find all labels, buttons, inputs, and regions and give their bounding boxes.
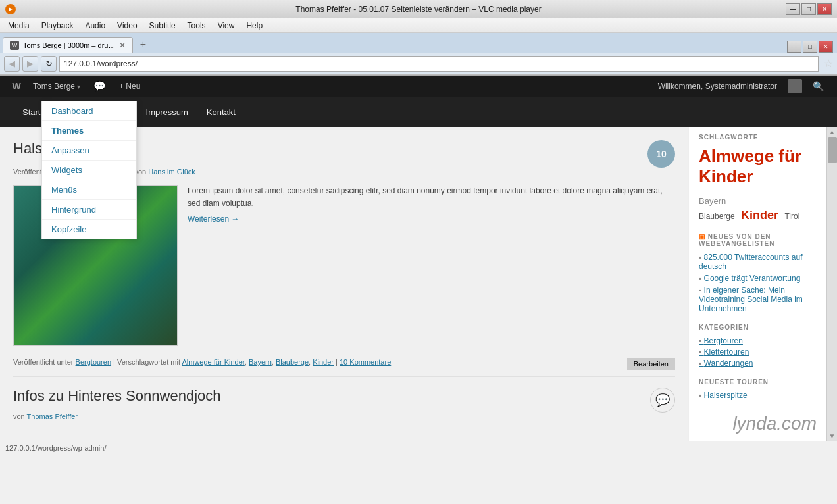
tag-cloud-row2: Blauberge Kinder Tirol <box>699 209 817 222</box>
minimize-button[interactable]: — <box>786 3 800 15</box>
app-icon <box>5 4 16 14</box>
page-scrollbar[interactable]: ▲ ▼ <box>826 127 837 441</box>
rss-heading: ▣ NEUES VON DENWEBEVANGELISTEN <box>699 233 817 247</box>
back-button[interactable]: ◀ <box>4 56 20 72</box>
tab-title: Toms Berge | 3000m – dru… <box>23 41 115 49</box>
browser-minimize-button[interactable]: — <box>787 41 801 53</box>
cat-wanderungen[interactable]: Wanderungen <box>699 359 817 368</box>
admin-welcome-text: Willkommen, Systemadministrator <box>651 76 784 97</box>
scrollbar-down-arrow[interactable]: ▼ <box>827 432 837 441</box>
post-1-edit-button[interactable]: Bearbeiten <box>627 358 675 370</box>
post-2: Infos zu Hinteres Sonnwendjoch 💬 von Tho… <box>13 388 675 420</box>
address-bar[interactable]: 127.0.0.1/wordpress/ <box>59 56 819 72</box>
browser-close-button[interactable]: ✕ <box>819 41 833 53</box>
reload-button[interactable]: ↻ <box>41 56 57 72</box>
tag-bayern[interactable]: Bayern <box>699 196 726 206</box>
menu-media[interactable]: Media <box>3 20 35 32</box>
post-1-footer: Veröffentlicht unter Bergtouren | Versch… <box>13 358 675 366</box>
sidebar-touren: NEUESTE TOUREN Halserspitze <box>699 378 817 400</box>
post-1-comment-count[interactable]: 10 <box>647 140 675 168</box>
nav-impressum[interactable]: Impressum <box>137 97 197 127</box>
admin-search-icon[interactable]: 🔍 <box>806 76 830 97</box>
post-1-tag-bayern[interactable]: Bayern <box>249 358 272 366</box>
admin-bar-comment-icon[interactable]: 💬 <box>87 76 113 97</box>
sidebar-rss: ▣ NEUES VON DENWEBEVANGELISTEN 825.000 T… <box>699 233 817 313</box>
url-text: 127.0.0.1/wordpress/ <box>64 59 138 68</box>
tag-tirol[interactable]: Tirol <box>784 212 799 221</box>
menu-help[interactable]: Help <box>241 20 268 32</box>
menu-playback[interactable]: Playback <box>36 20 79 32</box>
tour-1[interactable]: Halserspitze <box>699 391 817 400</box>
menu-subtitle[interactable]: Subtitle <box>144 20 181 32</box>
tag-kinder[interactable]: Kinder <box>741 209 778 222</box>
admin-bar-site-name[interactable]: Toms Berge ▾ <box>26 76 87 97</box>
kategorien-heading: KATEGORIEN <box>699 324 817 331</box>
post-1-tags: Veröffentlicht unter Bergtouren | Versch… <box>13 358 675 366</box>
post-1-read-more[interactable]: Weiterlesen → <box>188 214 239 224</box>
post-1-comments-link[interactable]: 10 Kommentare <box>340 358 391 366</box>
dropdown-anpassen[interactable]: Anpassen <box>42 141 136 161</box>
schlagworte-heading: SCHLAGWORTE <box>699 134 817 141</box>
post-1-category-link[interactable]: Bergtouren <box>76 358 111 366</box>
lynda-logo-container: lynda.com <box>699 413 817 434</box>
rss-title-text: NEUES VON DENWEBEVANGELISTEN <box>699 233 774 247</box>
sidebar-schlagworte: SCHLAGWORTE Almwege fürKinder Bayern Bla… <box>699 134 817 222</box>
main-content-row: Dashboard Themes Anpassen Widgets Menüs … <box>0 127 837 441</box>
admin-avatar[interactable] <box>784 76 806 97</box>
admin-bar-new-button[interactable]: + Neu <box>113 76 147 97</box>
window-title: Thomas Pfeiffer - 05.01.07 Seitenleiste … <box>0 5 837 14</box>
post-2-comment-icon: 💬 <box>650 388 675 413</box>
rss-link-1[interactable]: 825.000 Twitteraccounts auf deutsch <box>699 253 817 271</box>
post-1-tag-almwege[interactable]: Almwege für Kinder <box>182 358 244 366</box>
status-url: 127.0.0.1/wordpress/wp-admin/ <box>5 444 106 452</box>
nav-impressum-label: Impressum <box>146 107 188 117</box>
lynda-logo: lynda.com <box>732 413 817 434</box>
tab-favicon: W <box>10 41 19 50</box>
dropdown-kopfzeile[interactable]: Kopfzeile <box>42 220 136 239</box>
dropdown-widgets[interactable]: Widgets <box>42 161 136 180</box>
window-controls: — □ ✕ <box>786 3 832 15</box>
nav-kontakt-label: Kontakt <box>207 107 236 117</box>
wp-admin-bar: W Toms Berge ▾ 💬 + Neu Willkommen, Syste… <box>0 76 837 97</box>
scrollbar-up-arrow[interactable]: ▲ <box>827 127 837 136</box>
wp-logo[interactable]: W <box>7 76 26 96</box>
new-button-label: + Neu <box>119 82 140 91</box>
browser-maximize-button[interactable]: □ <box>803 41 817 53</box>
close-button[interactable]: ✕ <box>817 3 832 15</box>
welcome-label: Willkommen, Systemadministrator <box>658 82 777 91</box>
sidebar-kategorien: KATEGORIEN Bergtouren Klettertouren Wand… <box>699 324 817 368</box>
bookmark-star-icon[interactable]: ☆ <box>824 57 833 70</box>
new-tab-button[interactable]: + <box>133 37 153 53</box>
menu-tools[interactable]: Tools <box>182 20 211 32</box>
rss-link-2[interactable]: Google trägt Verantwortung <box>699 274 817 283</box>
touren-heading: NEUESTE TOUREN <box>699 378 817 386</box>
scrollbar-thumb[interactable] <box>828 137 837 163</box>
dropdown-menus[interactable]: Menüs <box>42 180 136 200</box>
site-name-text: Toms Berge <box>33 82 75 91</box>
menu-video[interactable]: Video <box>112 20 142 32</box>
tag-almwege[interactable]: Almwege fürKinder <box>699 146 801 187</box>
cat-klettertouren[interactable]: Klettertouren <box>699 347 817 357</box>
nav-kontakt[interactable]: Kontakt <box>197 97 245 127</box>
tab-close-button[interactable]: ✕ <box>119 41 126 50</box>
admin-dropdown-menu: Dashboard Themes Anpassen Widgets Menüs … <box>41 127 137 239</box>
menu-view[interactable]: View <box>213 20 240 32</box>
cat-bergtouren[interactable]: Bergtouren <box>699 336 817 345</box>
status-bar: 127.0.0.1/wordpress/wp-admin/ <box>0 441 837 454</box>
dropdown-hintergrund[interactable]: Hintergrund <box>42 200 136 220</box>
forward-button[interactable]: ▶ <box>22 56 38 72</box>
dropdown-themes[interactable]: Themes <box>42 127 136 141</box>
post-2-author-link[interactable]: Thomas Pfeiffer <box>27 413 78 420</box>
rss-link-3[interactable]: In eigener Sache: Mein Videotraining Soc… <box>699 286 817 313</box>
browser-tab-active[interactable]: W Toms Berge | 3000m – dru… ✕ <box>3 37 133 53</box>
browser-toolbar: ◀ ▶ ↻ 127.0.0.1/wordpress/ ☆ <box>0 53 837 75</box>
wp-content-wrapper: Startseite Bergausflüge Impressum Kontak… <box>0 97 837 454</box>
title-bar: Thomas Pfeiffer - 05.01.07 Seitenleiste … <box>0 0 837 18</box>
wp-sidebar: SCHLAGWORTE Almwege fürKinder Bayern Bla… <box>688 127 826 441</box>
tag-blauberge[interactable]: Blauberge <box>699 212 735 221</box>
maximize-button[interactable]: □ <box>801 3 816 15</box>
menu-audio[interactable]: Audio <box>80 20 111 32</box>
post-1-tag-kinder[interactable]: Kinder <box>313 358 334 366</box>
post-1-tag-blauberge[interactable]: Blauberge <box>276 358 309 366</box>
post-1-author-link[interactable]: Hans im Glück <box>148 168 195 176</box>
